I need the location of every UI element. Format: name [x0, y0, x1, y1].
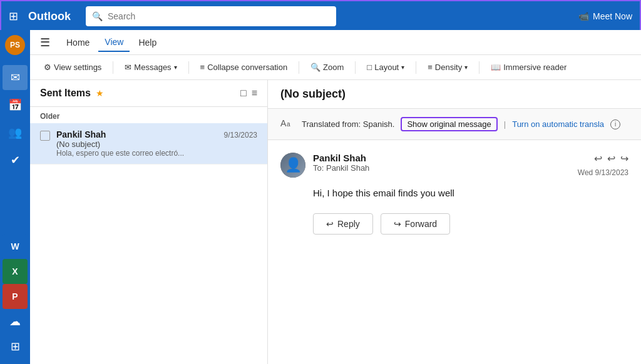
auto-translate-link[interactable]: Turn on automatic transla [512, 119, 604, 129]
settings-icon: ⚙ [44, 63, 51, 72]
mail-list-header-icons: □ ≡ [240, 88, 257, 99]
toolbar-density[interactable]: ≡ Density ▾ [421, 60, 474, 74]
split-pane: Sent Items ★ □ ≡ Older Pankil Shah 9/13/… [30, 80, 641, 364]
sidebar-avatar[interactable]: PS [5, 35, 25, 55]
email-sender-name: Pankil Shah [313, 153, 570, 163]
meet-now-button[interactable]: 📹 Meet Now [578, 11, 632, 21]
email-message-body: Hi, I hope this email finds you well [280, 188, 628, 198]
filter-icon[interactable]: ≡ [252, 88, 257, 99]
grid-icon[interactable]: ⊞ [9, 9, 18, 23]
forward-btn-icon: ↪ [394, 219, 401, 229]
video-icon: 📹 [578, 11, 589, 21]
mail-list-header: Sent Items ★ □ ≡ [30, 80, 267, 107]
search-icon: 🔍 [92, 11, 103, 21]
toolbar-collapse[interactable]: ≡ Collapse conversation [194, 60, 294, 74]
density-icon: ≡ [428, 63, 433, 72]
sidebar-icon-powerpoint[interactable]: P [3, 284, 28, 309]
email-body: 👤 Pankil Shah To: Pankil Shah ↩ [268, 140, 641, 364]
email-action-icons: ↩ ↩ ↪ [594, 153, 628, 164]
email-to-line: To: Pankil Shah [313, 163, 570, 173]
toolbar-sep-2 [188, 61, 189, 74]
translation-bar: A a Translated from: Spanish. Show origi… [268, 109, 641, 140]
translate-icon: A a [280, 115, 295, 133]
forward-btn-label: Forward [405, 219, 437, 229]
view-settings-label: View settings [54, 63, 101, 72]
toolbar-sep-3 [299, 61, 299, 74]
toolbar-view-settings[interactable]: ⚙ View settings [38, 60, 108, 74]
sender-avatar: 👤 [280, 153, 305, 178]
meet-now-label: Meet Now [593, 11, 632, 21]
email-sender-info: Pankil Shah To: Pankil Shah [313, 153, 570, 173]
mail-item[interactable]: Pankil Shah 9/13/2023 (No subject) Hola,… [30, 123, 267, 164]
to-label: To: [313, 163, 324, 173]
mail-date: 9/13/2023 [224, 131, 257, 139]
to-name: Pankil Shah [326, 163, 369, 173]
sidebar-icon-people[interactable]: 👥 [3, 120, 28, 145]
toolbar-sep-6 [479, 61, 479, 74]
toolbar-sep-1 [113, 61, 113, 74]
toolbar-sep-5 [416, 61, 416, 74]
layout-icon: □ [367, 63, 372, 72]
messages-dropdown-icon: ▾ [174, 64, 177, 71]
toolbar-immersive[interactable]: 📖 Immersive reader [485, 60, 573, 74]
info-icon[interactable]: i [610, 119, 620, 129]
mail-item-checkbox[interactable] [40, 131, 50, 141]
menu-bar: ☰ Home View Help [30, 30, 641, 55]
collapse-icon: ≡ [200, 63, 205, 72]
show-original-button[interactable]: Show original message [401, 117, 497, 131]
search-bar: 🔍 [86, 6, 336, 26]
layout-dropdown-icon: ▾ [401, 64, 404, 71]
search-input[interactable] [108, 11, 330, 21]
email-header-row: 👤 Pankil Shah To: Pankil Shah ↩ [280, 153, 628, 178]
menu-home[interactable]: Home [60, 34, 96, 51]
toolbar-sep-4 [355, 61, 356, 74]
forward-button[interactable]: ↪ Forward [381, 213, 450, 235]
immersive-icon: 📖 [491, 63, 501, 72]
email-date: Wed 9/13/2023 [578, 168, 628, 177]
star-icon: ★ [96, 88, 104, 98]
reply-all-icon-btn[interactable]: ↩ [607, 153, 615, 164]
density-label: Density [435, 63, 462, 72]
reply-btn-label: Reply [337, 219, 360, 229]
sidebar-icon-onedrive[interactable]: ☁ [3, 309, 28, 334]
mail-list-title: Sent Items [40, 88, 91, 99]
toolbar-messages[interactable]: ✉ Messages ▾ [118, 60, 183, 74]
mail-item-content: Pankil Shah 9/13/2023 (No subject) Hola,… [56, 129, 257, 158]
email-subject: (No subject) [268, 80, 641, 109]
toolbar-zoom[interactable]: 🔍 Zoom [304, 60, 350, 74]
sidebar-icon-excel[interactable]: X [3, 259, 28, 284]
compose-icon[interactable]: □ [240, 88, 247, 99]
sidebar-icon-calendar[interactable]: 📅 [3, 93, 28, 118]
zoom-label: Zoom [323, 63, 344, 72]
hamburger-button[interactable]: ☰ [38, 33, 53, 52]
svg-text:a: a [287, 121, 290, 128]
email-detail-pane: (No subject) A a Translated from: Spanis… [268, 80, 641, 364]
menu-view[interactable]: View [98, 33, 130, 52]
density-dropdown-icon: ▾ [464, 64, 468, 71]
email-action-row: ↩ Reply ↪ Forward [280, 213, 628, 235]
reply-btn-icon: ↩ [326, 219, 334, 229]
left-sidebar: PS ✉ 📅 👥 ✔ W X P ☁ ⊞ [0, 30, 30, 364]
immersive-label: Immersive reader [503, 63, 567, 72]
forward-icon-btn[interactable]: ↪ [620, 153, 628, 164]
mail-list-pane: Sent Items ★ □ ≡ Older Pankil Shah 9/13/… [30, 80, 268, 364]
mail-section-older: Older [30, 107, 267, 123]
sidebar-icon-word[interactable]: W [3, 234, 28, 259]
app-title: Outlook [28, 10, 71, 23]
sidebar-icon-mail[interactable]: ✉ [3, 65, 28, 90]
sidebar-icon-todo[interactable]: ✔ [3, 148, 28, 173]
toolbar-layout[interactable]: □ Layout ▾ [361, 60, 411, 74]
mail-subject: (No subject) [56, 139, 257, 149]
sidebar-bottom-apps: W X P ☁ ⊞ [3, 234, 28, 359]
layout-label: Layout [374, 63, 399, 72]
main-content: ☰ Home View Help ⚙ View settings ✉ Messa… [30, 30, 641, 364]
reply-icon-btn[interactable]: ↩ [594, 153, 602, 164]
zoom-icon: 🔍 [310, 63, 320, 72]
mail-sender: Pankil Shah [56, 129, 106, 139]
mail-preview: Hola, espero que este correo electró... [56, 149, 257, 158]
translation-text: Translated from: Spanish. [302, 119, 394, 129]
menu-help[interactable]: Help [132, 34, 163, 51]
messages-label: Messages [134, 63, 171, 72]
reply-button[interactable]: ↩ Reply [313, 213, 373, 235]
sidebar-icon-grid[interactable]: ⊞ [3, 334, 28, 359]
